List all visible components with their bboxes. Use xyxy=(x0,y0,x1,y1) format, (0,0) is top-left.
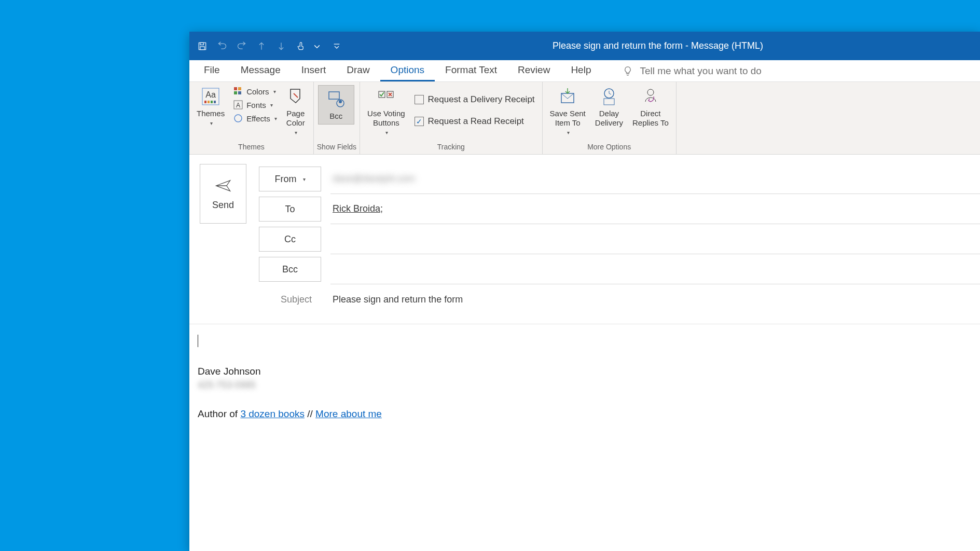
chevron-down-icon: ▾ xyxy=(303,176,306,182)
signature-link-about[interactable]: More about me xyxy=(315,408,382,419)
group-show-fields-label: Show Fields xyxy=(314,142,360,154)
svg-rect-1 xyxy=(200,43,204,45)
read-receipt-checkbox[interactable]: ✓ Request a Read Receipt xyxy=(411,114,538,129)
svg-point-25 xyxy=(647,89,654,95)
bcc-field[interactable] xyxy=(330,254,980,284)
svg-rect-6 xyxy=(204,101,206,103)
tab-format-text[interactable]: Format Text xyxy=(435,60,507,81)
tab-message[interactable]: Message xyxy=(230,60,291,81)
tab-review[interactable]: Review xyxy=(507,60,560,81)
signature-author-line: Author of 3 dozen books // More about me xyxy=(198,407,972,421)
effects-icon xyxy=(233,113,243,123)
checkbox-unchecked-icon xyxy=(415,95,424,104)
group-themes: Aa Themes ▾ Colors▾ A Fonts▾ Effe xyxy=(189,82,314,154)
direct-replies-button[interactable]: Direct Replies To xyxy=(629,85,672,129)
tab-file[interactable]: File xyxy=(194,60,230,81)
next-item-icon[interactable] xyxy=(273,38,289,54)
themes-button[interactable]: Aa Themes ▾ xyxy=(194,85,228,127)
group-more-options-label: More Options xyxy=(543,142,676,154)
tab-options[interactable]: Options xyxy=(380,60,435,81)
send-icon xyxy=(214,177,232,195)
delay-delivery-button[interactable]: Delay Delivery xyxy=(592,85,626,129)
svg-rect-7 xyxy=(208,101,210,103)
tell-me-search[interactable]: Tell me what you want to do xyxy=(601,60,976,81)
delay-icon xyxy=(599,86,619,107)
from-value[interactable]: dave@davejoh.com xyxy=(330,164,980,194)
tab-help[interactable]: Help xyxy=(560,60,601,81)
voting-buttons-button[interactable]: Use Voting Buttons ▾ xyxy=(364,85,408,136)
svg-text:Aa: Aa xyxy=(205,90,216,99)
page-color-icon xyxy=(285,86,306,107)
svg-point-19 xyxy=(339,100,342,103)
tab-draw[interactable]: Draw xyxy=(336,60,380,81)
themes-icon: Aa xyxy=(200,86,221,107)
cc-field[interactable] xyxy=(330,224,980,254)
touch-mode-icon[interactable] xyxy=(293,38,309,54)
message-body[interactable]: Dave Johnson 425-753-0985 Author of 3 do… xyxy=(189,324,980,551)
cc-button[interactable]: Cc xyxy=(259,227,321,252)
page-color-button[interactable]: Page Color ▾ xyxy=(282,85,309,136)
svg-rect-11 xyxy=(238,87,241,90)
bcc-icon xyxy=(326,89,347,109)
text-cursor xyxy=(198,335,972,347)
svg-point-16 xyxy=(234,115,242,122)
svg-rect-9 xyxy=(214,101,216,103)
save-sent-icon xyxy=(557,86,578,107)
fonts-button[interactable]: A Fonts▾ xyxy=(231,99,279,111)
group-tracking-label: Tracking xyxy=(360,142,542,154)
window-title: Please sign and return the form - Messag… xyxy=(341,40,975,51)
svg-text:A: A xyxy=(236,102,240,109)
signature-phone: 425-753-0985 xyxy=(198,379,972,392)
svg-rect-17 xyxy=(329,92,339,99)
to-button[interactable]: To xyxy=(259,197,321,222)
ribbon: Aa Themes ▾ Colors▾ A Fonts▾ Effe xyxy=(189,82,980,155)
colors-icon xyxy=(233,86,243,97)
group-themes-label: Themes xyxy=(189,142,313,154)
quick-access-toolbar xyxy=(195,38,341,54)
message-header: Send From ▾ dave@davejoh.com To Rick Bro… xyxy=(189,155,980,324)
touch-mode-chevron-icon[interactable] xyxy=(313,38,321,54)
delivery-receipt-checkbox[interactable]: Request a Delivery Receipt xyxy=(411,92,538,107)
ribbon-tabs: File Message Insert Draw Options Format … xyxy=(189,60,980,82)
colors-button[interactable]: Colors▾ xyxy=(231,85,279,98)
from-button[interactable]: From ▾ xyxy=(259,167,321,191)
fonts-icon: A xyxy=(233,100,243,110)
group-more-options: Save Sent Item To ▾ Delay Delivery Direc… xyxy=(543,82,677,154)
chevron-down-icon: ▾ xyxy=(210,120,213,126)
subject-label: Subject xyxy=(259,287,321,312)
lightbulb-icon xyxy=(622,65,633,77)
send-button[interactable]: Send xyxy=(200,164,246,224)
group-tracking: Use Voting Buttons ▾ Request a Delivery … xyxy=(360,82,543,154)
svg-rect-8 xyxy=(211,101,213,103)
svg-rect-10 xyxy=(234,87,237,90)
compose-window: Please sign and return the form - Messag… xyxy=(189,32,980,551)
svg-rect-24 xyxy=(604,99,614,105)
undo-icon[interactable] xyxy=(214,38,230,54)
recipient-chip[interactable]: Rick Broida xyxy=(333,203,380,214)
svg-rect-13 xyxy=(238,91,241,94)
to-field[interactable]: Rick Broida; xyxy=(330,194,980,224)
customize-qat-icon[interactable] xyxy=(333,38,341,54)
bcc-button[interactable]: Bcc xyxy=(259,257,321,282)
signature-name: Dave Johnson xyxy=(198,365,972,379)
prev-item-icon[interactable] xyxy=(254,38,269,54)
redo-icon[interactable] xyxy=(234,38,250,54)
svg-rect-2 xyxy=(200,46,204,49)
voting-icon xyxy=(376,86,396,107)
svg-rect-12 xyxy=(234,91,237,94)
subject-field[interactable]: Please sign and return the form xyxy=(330,284,980,314)
tab-insert[interactable]: Insert xyxy=(291,60,337,81)
group-show-fields: Bcc Show Fields xyxy=(314,82,360,154)
direct-replies-icon xyxy=(640,86,661,107)
save-sent-item-button[interactable]: Save Sent Item To ▾ xyxy=(547,85,589,136)
effects-button[interactable]: Effects▾ xyxy=(231,112,279,125)
title-bar: Please sign and return the form - Messag… xyxy=(189,32,980,60)
signature-link-books[interactable]: 3 dozen books xyxy=(240,408,305,419)
tell-me-placeholder: Tell me what you want to do xyxy=(640,65,761,77)
save-icon[interactable] xyxy=(195,38,210,54)
checkbox-checked-icon: ✓ xyxy=(415,117,424,126)
bcc-toggle-button[interactable]: Bcc xyxy=(318,85,354,125)
